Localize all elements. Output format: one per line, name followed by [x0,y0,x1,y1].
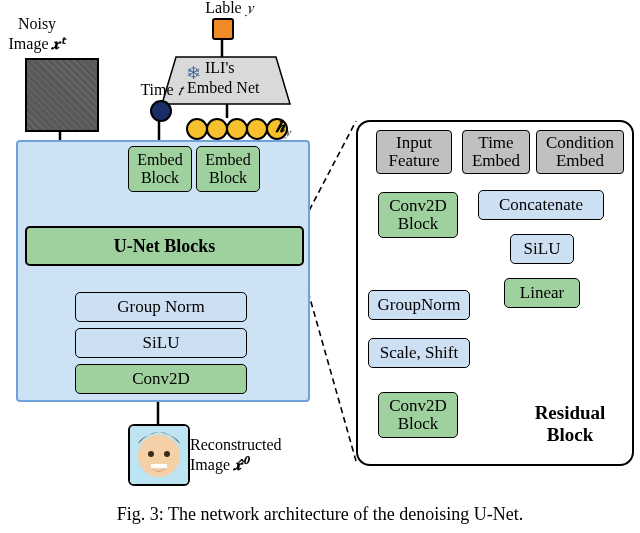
txt: Embed [137,151,182,168]
txt: Feature [389,151,440,170]
txt: Conv2D [389,396,447,415]
txt: ILI's [205,59,235,76]
svg-point-24 [138,435,180,477]
txt: Block [398,214,439,233]
txt: Residual [535,402,606,423]
txt: Time [140,81,173,98]
conv2d-block: Conv2D [75,364,247,394]
txt: Embed [556,151,604,170]
hdr-time-embed: TimeEmbed [462,130,530,174]
groupnorm-block: Group Norm [75,292,247,322]
txt: Block [141,169,179,186]
svg-point-25 [148,451,154,457]
txt: 𝒉 [276,118,285,135]
noisy-image-label: Noisy Image 𝒙ᵗ [2,14,72,54]
right-linear: Linear [504,278,580,308]
txt: Condition [546,133,614,152]
txt: 𝑡 [178,81,182,98]
txt: Image [190,456,230,473]
reconstructed-image-icon [128,424,190,486]
figure-caption: Fig. 3: The network architecture of the … [0,504,640,525]
txt: 𝑦 [246,0,253,16]
txt: Linear [520,284,564,302]
right-silu: SiLU [510,234,574,264]
right-concatenate: Concatenate [478,190,604,220]
ili-embed-net-block-l2: Embed Net [187,79,259,97]
txt: Conv2D [389,196,447,215]
txt: Time [478,133,513,152]
unet-blocks: U-Net Blocks [25,226,304,266]
txt: 𝑦 [285,125,290,139]
txt: Block [547,424,593,445]
hdr-condition-embed: ConditionEmbed [536,130,624,174]
reconstructed-label: Reconstructed Image 𝒙̂⁰ [190,435,320,475]
txt: Image [9,35,49,52]
txt: Group Norm [117,297,204,317]
txt: 𝒙̂⁰ [234,456,247,473]
time-dot-icon [150,100,172,122]
hy-vector-icon [186,118,288,140]
embed-block-cond: EmbedBlock [196,146,260,192]
embed-block-time: EmbedBlock [128,146,192,192]
txt: Embed [205,151,250,168]
ili-embed-net-block: ILI's [205,59,235,77]
txt: Embed [472,151,520,170]
txt: Fig. 3: The network architecture of the … [117,504,524,524]
right-scale-shift: Scale, Shift [368,338,470,368]
svg-point-26 [164,451,170,457]
txt: 𝒙ᵗ [52,35,65,52]
right-groupnorm: GroupNorm [368,290,470,320]
noisy-image-icon [25,58,99,132]
silu-block: SiLU [75,328,247,358]
txt: GroupNorm [377,296,460,314]
txt: Block [398,414,439,433]
label-y-label: Lable 𝑦 [184,0,274,18]
txt: Noisy [18,15,56,32]
hy-label: 𝒉𝑦 [276,117,290,142]
residual-block-title: Residual Block [520,402,620,446]
txt: Concatenate [499,196,583,214]
txt: Embed Net [187,79,259,96]
txt: Reconstructed [190,436,282,453]
right-conv2d-block-bottom: Conv2DBlock [378,392,458,438]
hdr-input-feature: InputFeature [376,130,452,174]
txt: Block [209,169,247,186]
txt: SiLU [143,333,180,353]
txt: Input [396,133,432,152]
label-y-chip-icon [212,18,234,40]
txt: Lable [205,0,241,16]
txt: Conv2D [132,369,190,389]
svg-rect-23 [130,426,188,484]
txt: Scale, Shift [380,344,458,362]
txt: SiLU [524,240,561,258]
txt: U-Net Blocks [114,236,216,257]
right-conv2d-block-top: Conv2DBlock [378,192,458,238]
svg-rect-27 [151,464,167,468]
